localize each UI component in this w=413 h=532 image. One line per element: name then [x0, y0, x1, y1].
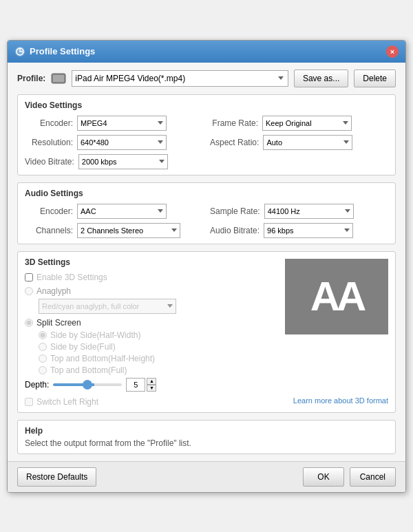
side-by-side-half-row: Side by Side(Half-Width) [39, 330, 278, 340]
anaglyph-label: Anaglyph [36, 286, 71, 296]
top-bottom-full-radio[interactable] [39, 366, 47, 374]
anaglyph-option-select[interactable]: Red/cyan anaglyph, full color [39, 299, 176, 314]
encoder-label: Encoder: [25, 118, 73, 128]
depth-value-container: 5 ▲ ▼ [126, 378, 156, 392]
encoder-row: Encoder: MPEG4 [25, 116, 203, 131]
preview-text: AA [310, 273, 363, 320]
profile-row: Profile: iPad Air MPEG4 Video(*.mp4) Sav… [17, 70, 396, 87]
switch-lr-checkbox[interactable] [25, 398, 33, 406]
video-bitrate-select[interactable]: 2000 kbps [78, 154, 168, 169]
anaglyph-radio[interactable] [25, 287, 33, 295]
enable-3d-checkbox[interactable] [25, 273, 33, 281]
frame-rate-select[interactable]: Keep Original [262, 116, 352, 131]
channels-label: Channels: [25, 226, 73, 235]
help-text: Select the output format from the "Profi… [25, 438, 388, 448]
switch-lr-container: Switch Left Right Learn more about 3D fo… [25, 394, 388, 407]
top-bottom-half-label: Top and Bottom(Half-Height) [50, 354, 155, 363]
audio-encoder-label: Encoder: [25, 206, 73, 216]
dialog-body: Profile: iPad Air MPEG4 Video(*.mp4) Sav… [8, 63, 405, 461]
aspect-ratio-label: Aspect Ratio: [210, 138, 259, 147]
anaglyph-radio-row: Anaglyph [25, 286, 278, 296]
resolution-select[interactable]: 640*480 [77, 135, 167, 150]
split-screen-label: Split Screen [36, 318, 81, 328]
side-by-side-half-radio[interactable] [39, 331, 47, 339]
side-by-side-half-label: Side by Side(Half-Width) [50, 330, 140, 340]
window-title: Profile Settings [30, 46, 95, 56]
enable-3d-label[interactable]: Enable 3D Settings [36, 273, 107, 282]
title-bar: Profile Settings × [8, 41, 405, 63]
preview-box: AA [285, 259, 388, 334]
ok-button[interactable]: OK [303, 467, 343, 487]
svg-rect-3 [53, 75, 64, 82]
depth-label: Depth: [25, 380, 49, 390]
video-settings-section: Video Settings Encoder: MPEG4 Frame Rate… [17, 94, 396, 175]
sample-rate-label: Sample Rate: [210, 206, 260, 216]
depth-up-button[interactable]: ▲ [147, 378, 156, 385]
top-bottom-full-row: Top and Bottom(Full) [39, 365, 388, 375]
depth-slider[interactable] [53, 383, 122, 386]
profile-select[interactable]: iPad Air MPEG4 Video(*.mp4) [72, 70, 288, 87]
dialog-window: Profile Settings × Profile: iPad Air MPE… [7, 40, 406, 493]
split-screen-radio[interactable] [25, 319, 33, 327]
dialog-footer: Restore Defaults OK Cancel [8, 461, 405, 492]
resolution-row: Resolution: 640*480 [25, 135, 203, 150]
switch-lr-label: Switch Left Right [36, 397, 98, 407]
depth-down-button[interactable]: ▼ [147, 385, 156, 392]
channels-row: Channels: 2 Channels Stereo [25, 223, 203, 238]
split-screen-radio-row: Split Screen [25, 318, 278, 328]
close-button[interactable]: × [386, 45, 399, 58]
audio-bitrate-row: Audio Bitrate: 96 kbps [210, 223, 388, 238]
profile-device-icon [51, 73, 66, 84]
enable-3d-row: Enable 3D Settings [25, 273, 278, 282]
depth-spinner: ▲ ▼ [147, 378, 156, 392]
depth-number: 5 [126, 378, 145, 392]
aspect-ratio-row: Aspect Ratio: Auto [210, 135, 388, 150]
aspect-ratio-select[interactable]: Auto [263, 135, 352, 150]
cancel-button[interactable]: Cancel [350, 467, 396, 487]
learn-more-link[interactable]: Learn more about 3D format [293, 396, 388, 405]
side-by-side-full-radio[interactable] [39, 343, 47, 351]
depth-row: Depth: 5 ▲ ▼ [25, 378, 388, 392]
switch-lr-row: Switch Left Right [25, 397, 98, 407]
restore-defaults-button[interactable]: Restore Defaults [17, 467, 96, 487]
video-bitrate-row: Video Bitrate: 2000 kbps [25, 154, 388, 169]
help-section: Help Select the output format from the "… [17, 420, 396, 454]
audio-encoder-row: Encoder: AAC [25, 204, 203, 219]
frame-rate-row: Frame Rate: Keep Original [210, 116, 388, 131]
app-icon [14, 46, 25, 57]
top-bottom-half-radio[interactable] [39, 354, 47, 363]
resolution-label: Resolution: [25, 138, 73, 147]
side-by-side-full-row: Side by Side(Full) [39, 342, 388, 352]
audio-encoder-select[interactable]: AAC [77, 204, 167, 219]
sample-rate-select[interactable]: 44100 Hz [264, 204, 354, 219]
save-as-button[interactable]: Save as... [294, 70, 348, 87]
encoder-select[interactable]: MPEG4 [77, 116, 167, 131]
video-settings-grid: Encoder: MPEG4 Frame Rate: Keep Original… [25, 116, 388, 150]
sample-rate-row: Sample Rate: 44100 Hz [210, 204, 388, 219]
settings-3d-section: 3D Settings AA Enable 3D Settings Anagly… [17, 251, 396, 413]
footer-right-buttons: OK Cancel [303, 467, 396, 487]
audio-bitrate-label: Audio Bitrate: [210, 226, 260, 235]
video-settings-title: Video Settings [25, 100, 388, 110]
top-bottom-half-row: Top and Bottom(Half-Height) [39, 354, 388, 363]
title-bar-left: Profile Settings [14, 46, 95, 57]
audio-settings-grid: Encoder: AAC Sample Rate: 44100 Hz Chann… [25, 204, 388, 238]
delete-button[interactable]: Delete [354, 70, 396, 87]
channels-select[interactable]: 2 Channels Stereo [77, 223, 180, 238]
side-by-side-full-label: Side by Side(Full) [50, 342, 116, 352]
audio-bitrate-select[interactable]: 96 kbps [264, 223, 353, 238]
audio-settings-section: Audio Settings Encoder: AAC Sample Rate:… [17, 182, 396, 244]
top-bottom-full-label: Top and Bottom(Full) [50, 365, 127, 375]
help-title: Help [25, 426, 388, 436]
audio-settings-title: Audio Settings [25, 189, 388, 198]
profile-label: Profile: [17, 74, 45, 83]
frame-rate-label: Frame Rate: [210, 118, 258, 128]
video-bitrate-label: Video Bitrate: [25, 157, 74, 167]
